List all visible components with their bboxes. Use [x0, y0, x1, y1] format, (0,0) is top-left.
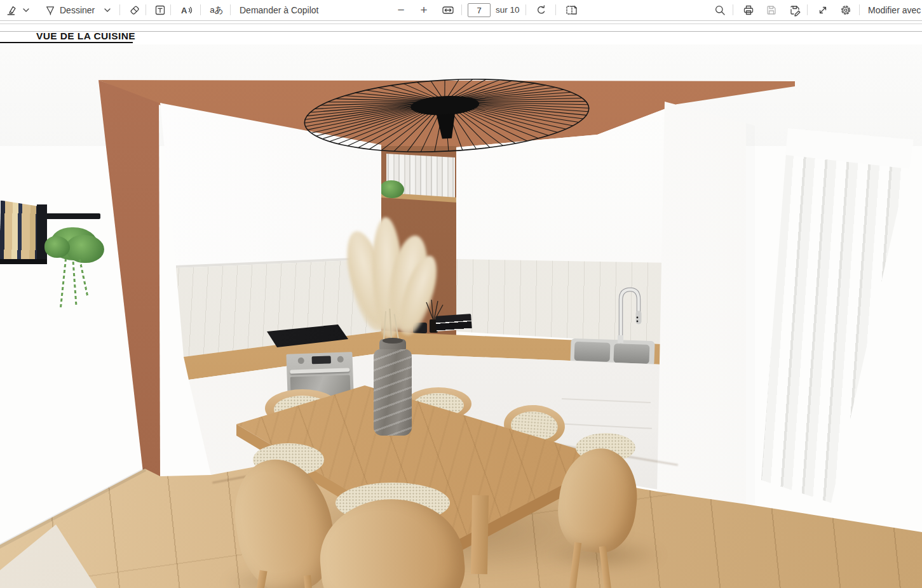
- add-text-button[interactable]: [151, 0, 169, 20]
- title-underline: [0, 42, 133, 43]
- niche-plant: [380, 180, 404, 198]
- zoom-in-button[interactable]: +: [416, 0, 432, 20]
- eraser-icon: [128, 4, 141, 17]
- toolbar-divider: [555, 4, 556, 15]
- edit-with-button[interactable]: Modifier avec: [868, 0, 921, 20]
- text-box-icon: [154, 4, 166, 17]
- page-view-icon: [565, 4, 578, 17]
- highlight-button[interactable]: [4, 0, 20, 20]
- pdf-viewer-window: { "toolbar": { "draw_label": "Dessiner",…: [0, 0, 922, 588]
- search-button[interactable]: [710, 0, 729, 20]
- wall-shelf-lower-bar: [0, 259, 47, 264]
- toolbar-divider: [170, 4, 171, 15]
- save-button[interactable]: [762, 0, 781, 20]
- oven-knob: [337, 356, 344, 363]
- oven-knob: [298, 357, 304, 364]
- settings-button[interactable]: [836, 0, 855, 20]
- shelf-bookend: [37, 204, 47, 262]
- read-aloud-button[interactable]: A: [176, 0, 196, 20]
- toolbar-divider: [807, 4, 808, 15]
- plant-vine: [79, 259, 88, 295]
- save-icon: [765, 4, 778, 17]
- oven-display: [312, 356, 331, 364]
- rotate-icon: [535, 4, 548, 17]
- expand-icon: [817, 4, 829, 17]
- read-aloud-glyph: A: [181, 6, 187, 15]
- chevron-down-icon: [23, 8, 29, 12]
- toolbar-divider: [525, 4, 526, 15]
- hanging-plant-leaves: [44, 236, 70, 258]
- zoom-out-button[interactable]: −: [393, 0, 409, 20]
- stacked-black-books: [435, 314, 472, 331]
- toolbar-divider: [119, 4, 120, 15]
- draw-dropdown[interactable]: [102, 0, 113, 20]
- toolbar-divider: [200, 4, 201, 15]
- kitchen-render: [0, 44, 922, 588]
- toolbar-divider: [146, 4, 146, 15]
- save-as-icon: [789, 4, 801, 17]
- translate-icon: aあ: [210, 4, 223, 16]
- toolbar-divider: [733, 4, 733, 15]
- pdf-toolbar: Dessiner A aあ Demander à Copilot − +: [0, 0, 922, 21]
- hanging-plant-leaves: [66, 235, 104, 263]
- minus-icon: −: [397, 3, 404, 17]
- plant-vine: [60, 259, 67, 307]
- oven-handle: [290, 368, 349, 373]
- rotate-button[interactable]: [532, 0, 551, 20]
- page-title: VUE DE LA CUISINE: [36, 30, 135, 42]
- toolbar-divider: [859, 4, 860, 15]
- fit-width-icon: [441, 4, 455, 17]
- vase-rim: [383, 338, 403, 344]
- sink-basin-left: [574, 342, 611, 362]
- gear-icon: [839, 4, 852, 17]
- erase-button[interactable]: [126, 0, 144, 20]
- highlighter-icon: [6, 4, 18, 17]
- marble-vase: [374, 349, 412, 436]
- save-as-button[interactable]: [785, 0, 804, 20]
- toolbar-divider: [230, 4, 231, 15]
- translate-button[interactable]: aあ: [206, 0, 227, 20]
- printer-icon: [742, 4, 755, 17]
- search-icon: [714, 4, 726, 17]
- chevron-down-icon: [104, 8, 111, 12]
- draw-label[interactable]: Dessiner: [60, 0, 95, 20]
- highlight-dropdown[interactable]: [20, 0, 32, 20]
- table-leg: [471, 495, 489, 574]
- page-view-button[interactable]: [562, 0, 581, 20]
- pen-nib-icon: [44, 4, 57, 17]
- draw-button[interactable]: [42, 0, 58, 20]
- sink-basin-right: [613, 344, 649, 364]
- page-top-line: [0, 23, 922, 24]
- page-count-label: sur 10: [496, 0, 520, 20]
- read-aloud-icon: A: [179, 4, 193, 17]
- sheet-frame-line: [0, 31, 922, 32]
- plant-vine: [72, 262, 78, 305]
- plus-icon: +: [420, 3, 427, 17]
- ask-copilot-button[interactable]: Demander à Copilot: [240, 0, 319, 20]
- toolbar-divider: [461, 4, 462, 15]
- page-number-input[interactable]: [468, 3, 491, 17]
- print-button[interactable]: [739, 0, 758, 20]
- fit-width-button[interactable]: [438, 0, 458, 20]
- expand-button[interactable]: [813, 0, 832, 20]
